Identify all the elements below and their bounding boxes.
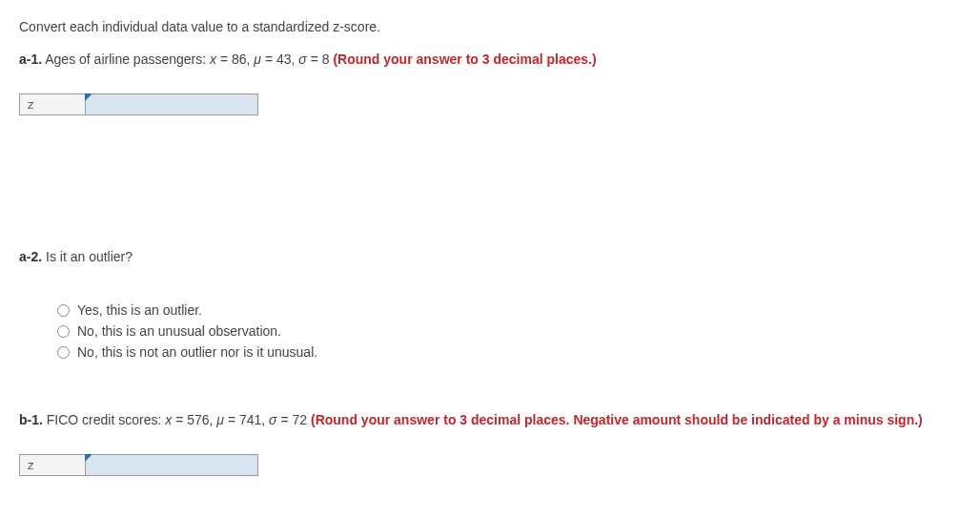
- z-input-a1[interactable]: [86, 94, 257, 114]
- radio-option-3[interactable]: No, this is not an outlier nor is it unu…: [57, 344, 961, 360]
- z-input-row-b1: z: [19, 454, 961, 476]
- z-label-a1: z: [19, 93, 86, 115]
- a1-eq-x: = 86,: [216, 52, 254, 67]
- z-input-cell-b1: [86, 454, 258, 476]
- b1-label: b-1.: [19, 412, 43, 427]
- b1-text-before: FICO credit scores:: [43, 412, 165, 427]
- radio-option-1[interactable]: Yes, this is an outlier.: [57, 302, 961, 318]
- instruction-text: Convert each individual data value to a …: [19, 19, 961, 34]
- a1-eq-mu: = 43,: [261, 52, 298, 67]
- a1-var-sigma: σ: [298, 52, 306, 67]
- b1-hint: (Round your answer to 3 decimal places. …: [311, 412, 923, 427]
- radio-icon: [57, 325, 70, 338]
- radio-icon: [57, 346, 70, 359]
- radio-label-1: Yes, this is an outlier.: [77, 302, 202, 318]
- a2-text: Is it an outlier?: [42, 249, 133, 264]
- a1-text-before: Ages of airline passengers:: [42, 52, 210, 67]
- radio-group-a2: Yes, this is an outlier. No, this is an …: [19, 302, 961, 360]
- a1-var-mu: μ: [254, 52, 261, 67]
- question-b1: b-1. FICO credit scores: x = 576, μ = 74…: [19, 412, 961, 427]
- z-input-cell-a1: [86, 93, 258, 115]
- b1-eq-sigma: = 72: [277, 412, 311, 427]
- radio-icon: [57, 304, 70, 317]
- z-input-row-a1: z: [19, 93, 961, 115]
- a1-eq-sigma: = 8: [307, 52, 334, 67]
- question-a2: a-2. Is it an outlier?: [19, 249, 961, 264]
- z-input-b1[interactable]: [86, 455, 257, 475]
- b1-eq-mu: = 741,: [224, 412, 269, 427]
- b1-var-mu: μ: [216, 412, 224, 427]
- radio-label-3: No, this is not an outlier nor is it unu…: [77, 344, 317, 360]
- a1-var-x: x: [210, 52, 216, 67]
- b1-eq-x: = 576,: [172, 412, 216, 427]
- b1-var-sigma: σ: [269, 412, 276, 427]
- question-a1: a-1. Ages of airline passengers: x = 86,…: [19, 52, 961, 67]
- a1-hint: (Round your answer to 3 decimal places.): [333, 52, 596, 67]
- radio-label-2: No, this is an unusual observation.: [77, 323, 281, 339]
- radio-option-2[interactable]: No, this is an unusual observation.: [57, 323, 961, 339]
- a2-label: a-2.: [19, 249, 42, 264]
- z-label-b1: z: [19, 454, 86, 476]
- a1-label: a-1.: [19, 52, 42, 67]
